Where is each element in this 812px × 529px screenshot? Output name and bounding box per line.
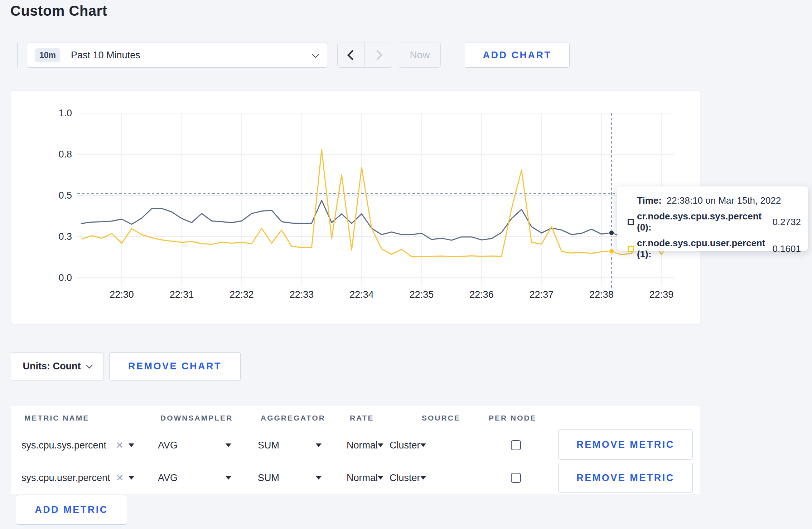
svg-text:22:39: 22:39 (649, 289, 674, 300)
dropdown-arrow-icon (316, 476, 322, 480)
dropdown-arrow-icon (378, 476, 383, 480)
rate-select[interactable]: Normal (347, 468, 378, 487)
svg-text:0.3: 0.3 (58, 231, 72, 242)
tooltip-series-value: 0.1601 (772, 243, 801, 254)
svg-text:1.0: 1.0 (58, 108, 72, 118)
close-icon[interactable]: ✕ (116, 472, 124, 484)
downsampler-select[interactable]: AVG (158, 468, 231, 487)
tooltip-time-value: 22:38:10 on Mar 15th, 2022 (667, 195, 781, 206)
time-range-select[interactable]: 10m Past 10 Minutes (27, 43, 328, 68)
time-back-button[interactable] (338, 43, 364, 67)
chart-tooltip: Time: 22:38:10 on Mar 15th, 2022 cr.node… (617, 186, 808, 251)
series-swatch-user-icon (628, 246, 634, 252)
col-header-aggregator: AGGREGATOR (261, 414, 325, 422)
metric-name-value: sys.cpu.user.percent (21, 472, 110, 484)
dropdown-arrow-icon (420, 476, 426, 480)
tooltip-series-label: cr.node.sys.cpu.user.percent (1): (637, 238, 767, 260)
dropdown-arrow-icon (420, 443, 426, 447)
aggregator-select[interactable]: SUM (258, 468, 322, 487)
svg-text:22:37: 22:37 (530, 289, 554, 300)
dropdown-arrow-icon (378, 443, 383, 447)
rate-select[interactable]: Normal (347, 436, 378, 455)
col-header-metric-name: METRIC NAME (24, 414, 89, 422)
metric-name-select[interactable]: sys.cpu.sys.percent ✕ (21, 436, 134, 455)
per-node-checkbox[interactable] (511, 473, 521, 483)
aggregator-select[interactable]: SUM (258, 436, 322, 455)
time-pager (337, 43, 392, 68)
svg-text:22:33: 22:33 (290, 289, 314, 300)
tooltip-time-label: Time: (637, 195, 662, 206)
now-button[interactable]: Now (399, 43, 441, 68)
svg-text:22:31: 22:31 (170, 289, 194, 300)
metric-name-value: sys.cpu.sys.percent (21, 440, 106, 451)
svg-text:0.5: 0.5 (58, 190, 72, 201)
remove-chart-button[interactable]: REMOVE CHART (109, 352, 241, 380)
chevron-right-icon (372, 50, 382, 60)
remove-metric-button[interactable]: REMOVE METRIC (558, 463, 693, 493)
svg-text:22:32: 22:32 (229, 289, 254, 300)
dropdown-arrow-icon (316, 443, 322, 447)
chart-panel: 0.00.30.50.81.022:3022:3122:3222:3322:34… (11, 91, 700, 324)
chevron-left-icon (347, 50, 357, 60)
downsampler-select[interactable]: AVG (158, 436, 231, 455)
col-header-per-node: PER NODE (489, 414, 537, 422)
chevron-down-icon (312, 50, 319, 58)
units-select[interactable]: Units: Count (11, 352, 104, 380)
time-range-badge: 10m (35, 48, 60, 62)
page-title: Custom Chart (10, 3, 107, 19)
series-swatch-sys-icon (628, 219, 634, 225)
col-header-downsampler: DOWNSAMPLER (160, 414, 233, 422)
add-metric-button[interactable]: ADD METRIC (16, 495, 127, 525)
dropdown-arrow-icon (129, 443, 134, 447)
svg-text:22:38: 22:38 (589, 289, 614, 300)
toolbar-divider (17, 43, 18, 68)
chevron-down-icon (86, 362, 93, 368)
source-select[interactable]: Cluster (390, 468, 419, 487)
col-header-rate: RATE (350, 414, 374, 422)
tooltip-series-label: cr.node.sys.cpu.sys.percent (0): (637, 211, 767, 233)
line-chart[interactable]: 0.00.30.50.81.022:3022:3122:3222:3322:34… (11, 91, 701, 325)
svg-text:0.0: 0.0 (58, 272, 72, 283)
dropdown-arrow-icon (226, 476, 231, 480)
remove-metric-button[interactable]: REMOVE METRIC (558, 429, 693, 460)
per-node-checkbox[interactable] (511, 440, 521, 450)
dropdown-arrow-icon (129, 476, 134, 480)
svg-text:0.8: 0.8 (58, 149, 72, 160)
col-header-source: SOURCE (422, 414, 460, 422)
tooltip-series-value: 0.2732 (772, 217, 801, 228)
units-label: Units: Count (23, 361, 81, 372)
dropdown-arrow-icon (226, 443, 231, 447)
add-chart-button[interactable]: ADD CHART (465, 43, 570, 68)
svg-text:22:35: 22:35 (410, 289, 434, 300)
time-range-label: Past 10 Minutes (71, 50, 313, 61)
close-icon[interactable]: ✕ (116, 440, 124, 451)
time-forward-button[interactable] (364, 43, 392, 67)
svg-text:22:30: 22:30 (110, 289, 134, 300)
metric-name-select[interactable]: sys.cpu.user.percent ✕ (21, 468, 134, 487)
source-select[interactable]: Cluster (390, 436, 419, 455)
svg-text:22:34: 22:34 (349, 289, 374, 300)
svg-text:22:36: 22:36 (469, 289, 494, 300)
